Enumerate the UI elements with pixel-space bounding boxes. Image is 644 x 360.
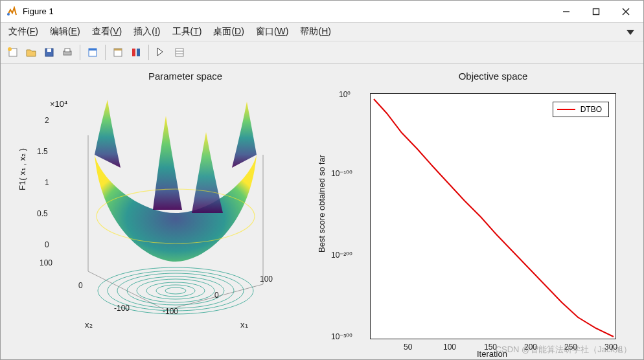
x-tick: 250 — [564, 343, 577, 352]
y-axis-label: Best score obtained so far — [317, 155, 327, 253]
svg-rect-2 — [593, 8, 599, 14]
link-plot-button[interactable] — [109, 44, 126, 61]
x1-tick: -100 — [163, 307, 178, 316]
x1-tick: 100 — [260, 275, 273, 284]
menu-tools[interactable]: 工具(T) — [172, 26, 202, 38]
menu-desktop[interactable]: 桌面(D) — [213, 26, 244, 38]
menu-view[interactable]: 查看(V) — [92, 26, 122, 38]
property-inspector-button[interactable] — [171, 44, 188, 61]
dock-figure-button[interactable] — [84, 44, 101, 61]
chevron-down-icon[interactable] — [627, 28, 634, 38]
toolbar-separator — [148, 45, 149, 60]
window-title: Figure 1 — [23, 6, 551, 16]
svg-point-0 — [7, 13, 10, 16]
legend-label: DTBO — [581, 105, 602, 114]
right-plot-title: Objective space — [370, 71, 616, 82]
x2-tick: -100 — [114, 304, 130, 313]
minimize-button[interactable] — [551, 2, 581, 21]
menu-bar: 文件(F) 编辑(E) 查看(V) 插入(I) 工具(T) 桌面(D) 窗口(W… — [1, 23, 643, 41]
x-tick: 100 — [443, 343, 456, 352]
print-button[interactable] — [59, 44, 76, 61]
colorbar-button[interactable] — [128, 44, 144, 61]
svg-rect-16 — [137, 49, 140, 56]
x2-tick: 100 — [40, 258, 52, 267]
z-tick: 0.5 — [37, 209, 48, 218]
y-tick: 10⁻²⁰⁰ — [331, 251, 352, 260]
svg-rect-17 — [176, 49, 183, 56]
menu-insert[interactable]: 插入(I) — [133, 26, 160, 38]
save-button[interactable] — [41, 44, 58, 61]
x2-axis-label: x₂ — [85, 320, 93, 330]
title-bar: Figure 1 — [1, 1, 643, 23]
y-tick: 10⁻¹⁰⁰ — [331, 169, 352, 178]
toolbar-separator — [105, 45, 106, 60]
y-tick: 10⁰ — [339, 90, 351, 99]
plot-area: Parameter space Objective space — [1, 64, 643, 359]
x-tick: 50 — [404, 343, 412, 352]
menu-help[interactable]: 帮助(H) — [300, 26, 330, 38]
toolbar — [1, 41, 643, 64]
y-tick: 10⁻³⁰⁰ — [331, 332, 352, 341]
menu-file[interactable]: 文件(F) — [8, 26, 38, 38]
close-button[interactable] — [611, 2, 641, 21]
matlab-icon — [6, 6, 17, 17]
x1-tick: 0 — [214, 291, 219, 300]
svg-point-6 — [8, 47, 12, 51]
z-tick: 1.5 — [37, 147, 48, 156]
legend[interactable]: DTBO — [553, 102, 609, 117]
x-axis-label: Iteration — [477, 349, 507, 359]
legend-swatch-icon — [557, 109, 575, 110]
svg-point-30 — [156, 285, 195, 297]
svg-rect-8 — [47, 49, 51, 52]
svg-rect-10 — [65, 49, 70, 52]
new-figure-button[interactable] — [5, 44, 21, 61]
svg-rect-14 — [114, 49, 122, 51]
x-tick: 300 — [604, 343, 617, 352]
convergence-axes[interactable]: DTBO — [370, 93, 616, 339]
menu-edit[interactable]: 编辑(E) — [50, 26, 80, 38]
z-tick: 1 — [45, 178, 49, 187]
z-axis-label: F1( x₁ , x₂ ) — [17, 148, 27, 190]
svg-point-31 — [165, 287, 186, 294]
edit-plot-button[interactable] — [153, 44, 170, 61]
svg-rect-15 — [132, 49, 135, 56]
x2-tick: 0 — [78, 281, 83, 290]
left-plot-title: Parameter space — [72, 71, 299, 82]
surface-axes[interactable] — [62, 96, 289, 343]
z-tick: 0 — [45, 240, 49, 249]
svg-rect-12 — [89, 49, 97, 51]
maximize-button[interactable] — [581, 2, 611, 21]
toolbar-separator — [80, 45, 80, 60]
menu-window[interactable]: 窗口(W) — [256, 26, 289, 38]
x1-axis-label: x₁ — [240, 320, 248, 330]
z-axis-exponent: ×10⁴ — [50, 99, 67, 109]
x-tick: 200 — [524, 343, 537, 352]
open-button[interactable] — [23, 44, 40, 61]
svg-point-27 — [127, 276, 224, 305]
z-tick: 2 — [45, 116, 49, 125]
